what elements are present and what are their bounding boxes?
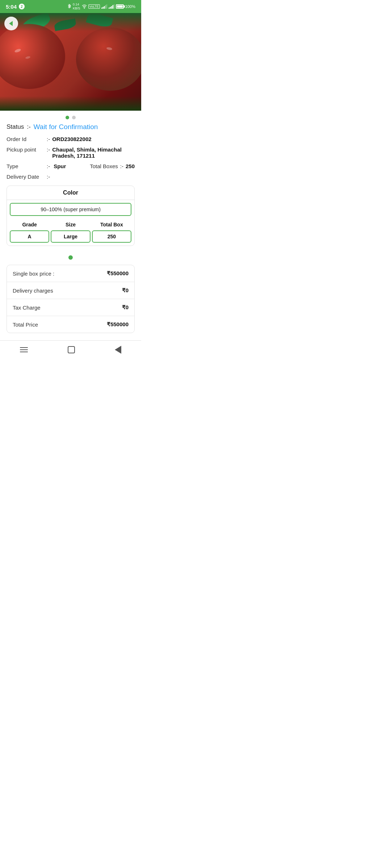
battery-icon (116, 4, 124, 9)
delivery-date-sep: :- (47, 174, 50, 180)
pickup-point-value: Chaupal, Shimla, Himachal Pradesh, 17121… (52, 146, 135, 159)
svg-rect-10 (114, 4, 114, 9)
nav-menu[interactable] (20, 347, 28, 352)
svg-rect-7 (110, 7, 111, 9)
product-image-container (0, 13, 141, 111)
order-id-value: ORD230822002 (52, 136, 135, 142)
delivery-charges-value: ₹0 (122, 287, 129, 294)
dot-2 (72, 116, 76, 119)
product-card: Color 90–100% (super premium) Grade Size… (7, 186, 135, 246)
pagination-dot (68, 255, 73, 260)
delivery-date-row: Delivery Date :- (7, 174, 135, 180)
total-price-value: ₹550000 (107, 321, 129, 328)
svg-rect-9 (112, 5, 113, 9)
total-price-label: Total Price (13, 322, 38, 328)
tax-charge-label: Tax Charge (13, 305, 41, 311)
data-speed: 0.14KB/S (73, 3, 80, 10)
svg-rect-1 (101, 8, 102, 9)
tax-charge-row: Tax Charge ₹0 (7, 299, 134, 316)
battery-percentage: 100% (125, 4, 135, 9)
total-boxes-sep: :- (120, 163, 123, 169)
pickup-point-row: Pickup point :- Chaupal, Shimla, Himacha… (7, 146, 135, 159)
delivery-date-label: Delivery Date (7, 174, 45, 180)
status-bar: 5:04 2 0.14KB/S VoLTE (0, 0, 141, 13)
foliage-bottom (0, 96, 141, 111)
apple-deco-2 (76, 27, 141, 91)
status-separator: :- (27, 123, 30, 131)
pricing-card: Single box price : ₹550000 Delivery char… (7, 265, 135, 333)
status-right-icons: 0.14KB/S VoLTE 100% (67, 3, 135, 10)
notification-badge: 2 (19, 4, 25, 9)
table-cell-size: Large (51, 230, 90, 243)
image-dots (0, 111, 141, 123)
nav-back[interactable] (115, 346, 121, 354)
content-area: Status :- Wait for Confirmation Order Id… (0, 123, 141, 333)
card-title: Color (7, 186, 134, 200)
back-button[interactable] (4, 17, 18, 30)
type-value: Spur (54, 163, 66, 169)
table-cell-grade: A (10, 230, 49, 243)
status-value: Wait for Confirmation (34, 123, 98, 131)
status-row: Status :- Wait for Confirmation (7, 123, 135, 131)
type-label: Type (7, 163, 45, 169)
status-time: 5:04 (6, 4, 17, 10)
pickup-point-label: Pickup point (7, 146, 45, 153)
svg-rect-6 (109, 8, 110, 9)
table-header-size: Size (51, 222, 90, 227)
pickup-point-sep: :- (47, 146, 50, 153)
hamburger-line-1 (20, 347, 28, 348)
nav-home[interactable] (68, 346, 75, 353)
single-box-price-value: ₹550000 (107, 270, 129, 277)
wifi-icon (82, 4, 87, 9)
foliage-top (0, 13, 141, 31)
order-id-row: Order Id :- ORD230822002 (7, 136, 135, 142)
square-icon (68, 346, 75, 353)
order-id-label: Order Id (7, 136, 45, 142)
single-box-price-label: Single box price : (13, 271, 54, 277)
apple-deco-1 (0, 24, 65, 89)
total-boxes-value: 250 (126, 163, 135, 169)
svg-rect-5 (106, 4, 107, 9)
type-boxes-row: Type :- Spur Total Boxes :- 250 (7, 163, 135, 169)
boxes-section: Total Boxes :- 250 (90, 163, 135, 169)
table-data-row-1: A Large 250 (10, 230, 131, 243)
bottom-navigation (0, 340, 141, 359)
table-cell-totalbox: 250 (92, 230, 131, 243)
type-sep: :- (47, 163, 50, 169)
tax-charge-value: ₹0 (122, 304, 129, 311)
delivery-charges-label: Delivery charges (13, 288, 53, 294)
back-arrow-icon (9, 21, 13, 26)
svg-rect-3 (104, 6, 105, 9)
single-dot-container (7, 252, 135, 265)
bluetooth-icon (67, 4, 71, 9)
hamburger-line-3 (20, 352, 28, 352)
table-header-totalbox: Total Box (92, 222, 131, 227)
signal2-icon (109, 4, 114, 9)
signal-icon (101, 4, 107, 9)
order-id-sep: :- (47, 136, 50, 142)
single-box-price-row: Single box price : ₹550000 (7, 265, 134, 282)
triangle-icon (115, 346, 121, 354)
svg-rect-4 (105, 5, 106, 9)
delivery-charges-row: Delivery charges ₹0 (7, 282, 134, 299)
hamburger-line-2 (20, 349, 28, 350)
svg-rect-8 (111, 6, 112, 9)
svg-point-0 (84, 8, 85, 9)
total-price-row: Total Price ₹550000 (7, 316, 134, 333)
svg-rect-2 (102, 7, 104, 9)
status-label: Status (7, 123, 24, 131)
table-header-grade: Grade (10, 222, 49, 227)
type-section: Type :- Spur (7, 163, 90, 169)
total-boxes-label: Total Boxes (90, 163, 118, 169)
product-image (0, 13, 141, 111)
table-header: Grade Size Total Box (7, 219, 134, 230)
dot-1 (66, 116, 69, 119)
hamburger-icon (20, 347, 28, 352)
color-row: 90–100% (super premium) (10, 203, 131, 216)
volte-label: VoLTE (88, 4, 100, 9)
